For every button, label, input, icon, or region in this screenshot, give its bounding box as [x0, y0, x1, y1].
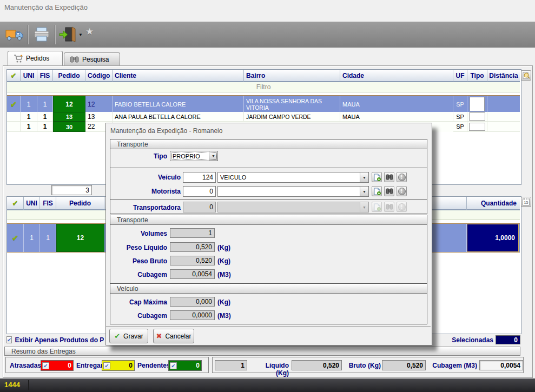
exit-button[interactable] [57, 24, 77, 45]
romaneio-dialog: Manutenção da Expedição - Romaneio Trans… [105, 123, 432, 346]
truck-icon [5, 28, 24, 42]
orders-header-uni[interactable]: UNI [21, 70, 37, 82]
cell-fis[interactable]: 1 [37, 112, 53, 122]
check-icon: ✔ [171, 363, 175, 369]
cell-distancia[interactable] [487, 96, 520, 112]
motorista-new-button[interactable] [372, 186, 382, 196]
cell-uf[interactable]: SP [453, 112, 467, 122]
veiculo-code-input[interactable]: 124 [183, 172, 216, 183]
row-check-cell[interactable] [7, 112, 21, 122]
orders-row-1[interactable]: ✔ 1 1 12 12 FABIO BETELLA CALORE VILA NO… [7, 95, 520, 113]
orders-header-fis[interactable]: FIS [37, 70, 53, 82]
motorista-combobox[interactable]: ▼ [217, 186, 369, 197]
pendentes-checkbox[interactable]: ✔ [170, 362, 177, 369]
cell-bairro[interactable]: VILA NOSSA SENHORA DAS VITORIA [244, 96, 340, 112]
tab-pesquisa[interactable]: Pesquisa [64, 52, 120, 65]
exibir-produtos-option: ✔ Exibir Apenas Produtos do Pedi [6, 335, 104, 344]
orders-row-2[interactable]: 1 1 13 13 ANA PAULA BETELLA CALORE JARDI… [7, 112, 520, 122]
row-check-cell[interactable]: ✔ [7, 96, 21, 112]
orders-header-bairro[interactable]: Bairro [244, 70, 340, 82]
cell-distancia[interactable] [487, 122, 520, 132]
cell-cidade[interactable]: MAUA [340, 96, 453, 112]
cell-cliente[interactable]: FABIO BETELLA CALORE [113, 96, 244, 112]
veiculo-capacity-section: Veículo Cap Máxima 0,000 (Kg) Cubagem 0,… [110, 283, 427, 324]
tipo-value-box[interactable] [470, 97, 485, 111]
orders-filter-row[interactable]: Filtro [7, 82, 520, 92]
chevron-down-icon[interactable]: ▼ [209, 151, 217, 161]
motorista-code-input[interactable]: 0 [183, 186, 216, 197]
exibir-produtos-checkbox[interactable]: ✔ [6, 336, 12, 343]
cell-uf[interactable]: SP [453, 122, 467, 132]
items-header-fis[interactable]: FIS [40, 197, 56, 210]
cell-codigo[interactable]: 13 [85, 112, 113, 122]
toolbar: ▼ ★ [0, 22, 535, 48]
tipo-value-box[interactable] [469, 112, 485, 121]
tipo-value-box[interactable] [469, 123, 485, 131]
entregar-box: ✔ 0 [102, 360, 135, 371]
cell-pedido[interactable]: 12 [53, 96, 85, 112]
orders-header-cidade[interactable]: Cidade [340, 70, 453, 82]
cell-tipo[interactable] [467, 112, 487, 122]
motorista-info-button[interactable]: ! [397, 186, 407, 196]
orders-header-codigo[interactable]: Código [85, 70, 113, 82]
tab-pedidos-label: Pedidos [26, 55, 49, 62]
check-icon: ✔ [10, 99, 17, 109]
chevron-down-icon[interactable]: ▼ [360, 172, 368, 182]
calendar-icon: 15 [523, 198, 530, 205]
favorite-star[interactable]: ★ [85, 26, 94, 37]
cancel-button[interactable]: ✖ Cancelar [153, 329, 194, 343]
veiculo-search-button[interactable] [384, 172, 394, 182]
orders-header-check[interactable]: ✔ [7, 70, 21, 82]
grid-search-button[interactable] [521, 70, 531, 81]
cell-cidade[interactable]: MAUA [340, 112, 453, 122]
atrasadas-checkbox[interactable]: ✔ [42, 362, 49, 369]
check-icon: ✔ [12, 199, 18, 207]
veiculo-new-button[interactable] [372, 172, 382, 182]
row-check-cell[interactable]: ✔ [7, 224, 24, 252]
items-header-uni[interactable]: UNI [24, 197, 40, 210]
binoculars-icon [70, 56, 79, 63]
cell-uni[interactable]: 1 [21, 112, 37, 122]
items-header-quantidade[interactable]: Quantidade [467, 197, 520, 210]
cell-distancia[interactable] [487, 112, 520, 122]
cell-fis[interactable]: 1 [37, 96, 53, 112]
orders-header-uf[interactable]: UF [453, 70, 467, 82]
shipping-truck-button[interactable] [4, 24, 25, 45]
cell-quantidade[interactable]: 1,0000 [467, 224, 519, 252]
save-button[interactable]: ✔ Gravar [109, 329, 148, 343]
cell-cliente[interactable]: ANA PAULA BETELLA CALORE [113, 112, 244, 122]
cell-bairro[interactable]: JARDIM CAMPO VERDE [244, 112, 340, 122]
cell-uf[interactable]: SP [453, 96, 467, 112]
cell-uni[interactable]: 1 [21, 96, 37, 112]
exit-menu-caret[interactable]: ▼ [77, 24, 84, 45]
veiculo-combobox[interactable]: VEICULO ▼ [217, 172, 369, 183]
orders-header-cliente[interactable]: Cliente [113, 70, 244, 82]
tab-pedidos[interactable]: Pedidos [8, 51, 63, 65]
tipo-combobox[interactable]: PROPRIO ▼ [170, 151, 218, 161]
motorista-search-button[interactable] [384, 186, 394, 196]
cell-pedido[interactable]: 12 [56, 224, 104, 252]
cell-pedido[interactable]: 13 [53, 112, 85, 122]
items-header-check[interactable]: ✔ [7, 197, 24, 210]
cell-fis[interactable]: 1 [37, 122, 53, 132]
cell-pedido[interactable]: 30 [53, 122, 85, 132]
orders-header-distancia[interactable]: Distância [487, 70, 520, 82]
info-icon: ! [398, 203, 406, 211]
orders-header-tipo[interactable]: Tipo [467, 70, 487, 82]
cell-codigo[interactable]: 12 [85, 96, 113, 112]
chevron-down-icon[interactable]: ▼ [360, 187, 368, 196]
calendar-button[interactable]: 15 [521, 197, 531, 207]
orders-header-pedido[interactable]: Pedido [53, 70, 85, 82]
veiculo-info-button[interactable]: ! [397, 172, 407, 182]
entregar-checkbox[interactable]: ✔ [103, 362, 110, 369]
row-check-cell[interactable] [7, 122, 21, 132]
cell-fis[interactable]: 1 [40, 224, 56, 252]
cell-tipo[interactable] [467, 122, 487, 132]
cell-tipo[interactable] [467, 96, 487, 112]
cell-uni[interactable]: 1 [21, 122, 37, 132]
items-header-pedido[interactable]: Pedido [56, 197, 104, 210]
print-button[interactable] [31, 24, 52, 45]
bruto-label: Bruto (Kg) [347, 362, 381, 369]
resumo-left-panel: Atrasadas ✔ 0 Entregar ✔ 0 Pendentes ✔ 0 [5, 357, 209, 373]
cell-uni[interactable]: 1 [24, 224, 40, 252]
